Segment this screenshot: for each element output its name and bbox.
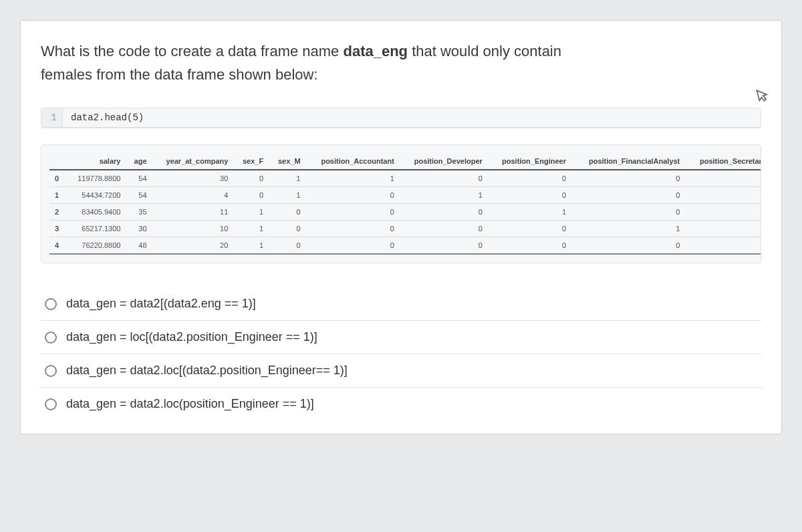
answer-options: data_gen = data2[(data2.eng == 1)] data_…: [41, 287, 761, 420]
table-header-cell: age: [126, 153, 152, 170]
table-cell: 2: [49, 204, 66, 221]
table-row: 283405.940035111000100: [49, 204, 761, 221]
option-label: data_gen = data2.loc(position_Engineer =…: [66, 397, 314, 411]
table-row: 0119778.880054300110000: [49, 170, 761, 187]
data-table: salaryageyear_at_companysex_Fsex_Mpositi…: [49, 153, 761, 255]
table-cell: 0: [571, 204, 685, 221]
table-cell: 0: [488, 237, 571, 255]
table-cell: 10: [152, 221, 234, 237]
table-cell: 0: [571, 170, 685, 187]
table-cell: 0: [571, 237, 685, 255]
question-text: What is the code to create a data frame …: [41, 39, 761, 86]
table-header-cell: salary: [66, 153, 126, 170]
table-cell: 54: [126, 170, 152, 187]
code-line-number: 1: [41, 108, 63, 127]
table-cell: 4: [152, 187, 234, 204]
table-cell: 0: [306, 221, 400, 237]
table-header-cell: year_at_company: [152, 153, 234, 170]
table-cell: 1: [49, 187, 66, 204]
table-cell: 0: [488, 221, 571, 237]
radio-icon: [45, 331, 57, 344]
radio-icon: [45, 365, 57, 377]
option-label: data_gen = data2[(data2.eng == 1)]: [66, 297, 256, 311]
table-cell: 83405.9400: [66, 204, 126, 221]
option-d[interactable]: data_gen = data2.loc(position_Engineer =…: [41, 387, 761, 420]
option-label: data_gen = data2.loc[(data2.position_Eng…: [66, 364, 348, 378]
table-cell: 0: [306, 187, 400, 204]
table-cell: 0: [233, 187, 269, 204]
table-cell: 1: [233, 204, 269, 221]
cursor-icon: [755, 86, 771, 107]
table-header-cell: sex_M: [269, 153, 306, 170]
table-cell: 1: [571, 221, 685, 237]
question-card: What is the code to create a data frame …: [20, 20, 782, 434]
table-cell: 0: [306, 237, 400, 255]
table-cell: 76220.8800: [66, 237, 126, 255]
table-cell: 0: [685, 170, 761, 187]
table-cell: 0: [233, 170, 269, 187]
table-row: 365217.130030101000010: [49, 221, 761, 237]
table-cell: 30: [126, 221, 152, 237]
table-cell: 54434.7200: [66, 187, 126, 204]
table-cell: 0: [488, 170, 571, 187]
table-cell: 4: [49, 237, 66, 255]
code-content: data2.head(5): [63, 108, 152, 127]
radio-icon: [45, 398, 57, 410]
table-cell: 1: [233, 237, 269, 255]
table-cell: 0: [269, 221, 306, 237]
table-cell: 0: [685, 204, 761, 221]
table-cell: 119778.8800: [66, 170, 126, 187]
table-header-cell: sex_F: [233, 153, 269, 170]
table-header-cell: position_Secretary: [685, 153, 761, 170]
table-cell: 54: [126, 187, 152, 204]
table-cell: 0: [49, 170, 66, 187]
table-cell: 3: [49, 221, 66, 237]
table-cell: 0: [306, 204, 400, 221]
table-cell: 1: [269, 170, 306, 187]
table-cell: 1: [306, 170, 400, 187]
option-label: data_gen = loc[(data2.position_Engineer …: [66, 330, 317, 344]
option-c[interactable]: data_gen = data2.loc[(data2.position_Eng…: [41, 354, 761, 387]
table-cell: 35: [126, 204, 152, 221]
radio-icon: [45, 298, 57, 310]
table-header-cell: position_Developer: [400, 153, 488, 170]
table-cell: 0: [400, 237, 488, 255]
table-cell: 1: [400, 187, 488, 204]
table-header-cell: [49, 153, 66, 170]
table-cell: 11: [152, 204, 234, 221]
table-cell: 0: [685, 187, 761, 204]
table-cell: 1: [488, 204, 571, 221]
table-header-cell: position_FinancialAnalyst: [571, 153, 685, 170]
table-cell: 1: [233, 221, 269, 237]
data-table-wrapper: salaryageyear_at_companysex_Fsex_Mpositi…: [41, 144, 761, 263]
table-cell: 1: [685, 237, 761, 255]
table-cell: 0: [400, 170, 488, 187]
table-cell: 0: [571, 187, 685, 204]
table-cell: 20: [152, 237, 234, 255]
table-cell: 1: [269, 187, 306, 204]
option-b[interactable]: data_gen = loc[(data2.position_Engineer …: [41, 320, 761, 354]
code-block: 1 data2.head(5): [41, 108, 761, 128]
table-cell: 0: [400, 204, 488, 221]
table-cell: 30: [152, 170, 234, 187]
table-header-cell: position_Accountant: [306, 153, 400, 170]
option-a[interactable]: data_gen = data2[(data2.eng == 1)]: [41, 287, 761, 320]
table-cell: 0: [269, 237, 306, 255]
table-row: 476220.880048201000001: [49, 237, 761, 255]
table-cell: 0: [269, 204, 306, 221]
table-row: 154434.72005440101000: [49, 187, 761, 204]
table-cell: 0: [400, 221, 488, 237]
table-cell: 65217.1300: [66, 221, 126, 237]
table-header-cell: position_Engineer: [488, 153, 571, 170]
table-cell: 0: [685, 221, 761, 237]
table-cell: 0: [488, 187, 571, 204]
table-cell: 48: [126, 237, 152, 255]
